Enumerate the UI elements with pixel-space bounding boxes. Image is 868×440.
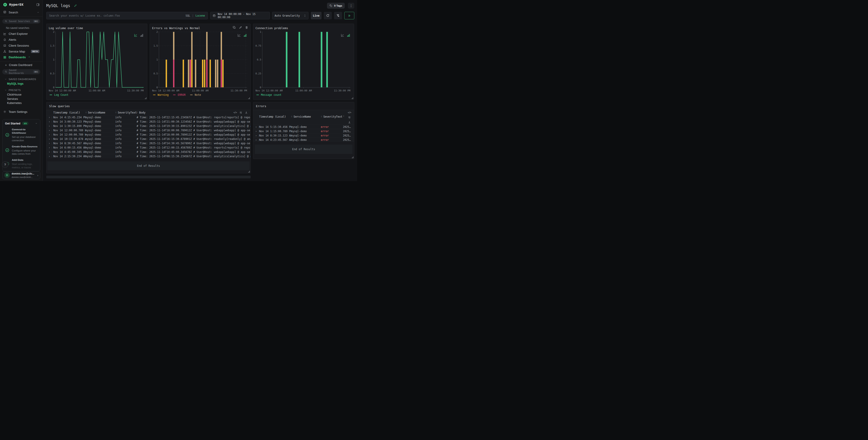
dashboard-menu-button[interactable]: ⋮ [348, 3, 354, 9]
sidebar-item-kubernetes[interactable]: Kubernetes [0, 101, 42, 105]
drag-handle-icon[interactable]: ⠿ [291, 115, 292, 118]
resize-handle[interactable] [248, 97, 250, 99]
sidebar-item-team-settings[interactable]: Team Settings [0, 109, 42, 115]
table-row[interactable]: ›Nov 14 12:00:00.789 PMmysql-demoinfo# T… [46, 128, 250, 132]
table-row[interactable]: ›Nov 14 1:15:00.789 PMmysql-demoerror202… [253, 129, 354, 133]
filter-button[interactable] [334, 12, 342, 19]
column-header-timestamp[interactable]: Timestamp (Local) [259, 115, 291, 118]
collapse-sidebar-icon[interactable] [36, 3, 40, 6]
column-header-servicename[interactable]: ⠿ServiceName [291, 115, 321, 118]
get-started-step[interactable]: Connect to ClickHouse Set up your databa… [5, 128, 38, 142]
granularity-select[interactable]: Auto Granularity [272, 12, 309, 19]
table-row[interactable]: ›Nov 14 10:15:30.678 AMmysql-demoinfo# T… [46, 137, 250, 141]
lucene-mode-toggle[interactable]: Lucene [195, 14, 205, 17]
sql-mode-toggle[interactable]: SQL [186, 14, 190, 17]
column-header-servicename[interactable]: ⠿ServiceName [85, 111, 115, 114]
duplicate-panel-icon[interactable] [233, 26, 236, 29]
refresh-button[interactable] [324, 12, 332, 19]
sidebar-item-client-sessions[interactable]: Client Sessions [0, 43, 42, 49]
line-view-toggle-icon[interactable] [341, 33, 344, 37]
table-row[interactable]: ›Nov 14 4:15:45.234 PMmysql-demoinfo# Ti… [46, 115, 250, 120]
sidebar-item-mysql-logs[interactable]: MySQL logs [0, 82, 42, 86]
table-row[interactable]: ›Nov 14 12:00:00.789 PMmysql-demoinfo# T… [46, 132, 250, 137]
expand-chevron-icon[interactable]: › [49, 155, 50, 158]
tags-button[interactable]: 0 Tags [327, 3, 345, 9]
sidebar-item-chart-explorer[interactable]: Chart Explorer [0, 31, 42, 37]
chevron-up-icon[interactable] [35, 122, 38, 125]
table-row[interactable]: ›Nov 14 2:15:30.234 AMmysql-demoinfo# Ti… [46, 154, 250, 158]
sidebar-item-services[interactable]: Services [0, 97, 42, 101]
legend-item[interactable]: Note [190, 93, 201, 97]
wrap-lines-icon[interactable] [348, 116, 351, 119]
expand-chevron-icon[interactable]: › [49, 133, 50, 136]
expand-chevron-icon[interactable]: › [255, 125, 257, 129]
bar-view-toggle-icon[interactable] [140, 34, 144, 37]
log-volume-chart[interactable]: 00.511.52Nov 14 12:00:00 AM11:00:00 AM11… [49, 31, 145, 93]
resize-handle[interactable] [351, 97, 353, 99]
drag-handle-icon[interactable]: ⠿ [321, 115, 322, 118]
legend-item[interactable]: Warning [153, 93, 168, 97]
view-source-icon[interactable]: </> [234, 111, 237, 114]
sidebar-item-clickhouse[interactable]: ClickHouse [0, 93, 42, 97]
expand-chevron-icon[interactable]: › [49, 150, 50, 154]
drag-handle-icon[interactable]: ⠿ [115, 111, 117, 114]
expand-chevron-icon[interactable]: › [49, 142, 50, 145]
drag-handle-icon[interactable]: ⠿ [85, 111, 87, 114]
chevron-up-icon[interactable] [37, 11, 39, 14]
column-header-severitytext[interactable]: ⠿SeverityText [115, 111, 136, 114]
expand-chevron-icon[interactable]: › [49, 129, 50, 132]
connection-problems-chart[interactable]: 00.250.50.751Nov 14 12:00:00 AM11:00:00 … [255, 31, 352, 93]
line-view-toggle-icon[interactable] [237, 33, 241, 37]
download-icon[interactable] [245, 111, 248, 114]
saved-searches-input[interactable]: Saved Searches ⌘K [2, 19, 40, 24]
errors-warnings-chart[interactable]: 00.511.52Nov 14 12:00:00 AM11:00:00 AM11… [152, 31, 249, 93]
resize-handle[interactable] [145, 97, 147, 99]
event-search-input[interactable]: Search your events w/ Lucene ex. column:… [46, 12, 208, 19]
sidebar-item-search[interactable]: Search [0, 9, 42, 15]
table-row[interactable]: ›Nov 14 6:00:15.456 AMmysql-demoinfo# Ti… [46, 145, 250, 150]
table-row[interactable]: ›Nov 14 4:45:00.345 AMmysql-demoinfo# Ti… [46, 150, 250, 154]
column-header-severitytext[interactable]: ⠿SeverityText [321, 115, 343, 118]
run-query-button[interactable] [344, 12, 354, 19]
edit-panel-icon[interactable] [239, 26, 242, 29]
expand-chevron-icon[interactable]: › [49, 146, 50, 149]
table-row[interactable]: ›Nov 14 5:15:30.456 PMmysql-demoerror202… [253, 125, 354, 129]
drag-handle-icon[interactable]: ⠿ [136, 111, 138, 114]
saved-dashboards-input[interactable]: Saved Dashboards ⌘K [2, 69, 40, 74]
line-view-toggle-icon[interactable] [134, 33, 137, 37]
get-started-step[interactable]: Create Data Sources Configure where your… [5, 145, 38, 156]
live-button[interactable]: Live [311, 12, 321, 19]
wrap-lines-icon[interactable] [239, 111, 242, 114]
legend-item[interactable]: Message count [256, 93, 281, 97]
table-row[interactable]: ›Nov 14 4:23:45.567 AMmysql-demoerror202… [253, 138, 354, 142]
user-menu[interactable]: D dominic.tran@clic... dominic.tran@clic… [2, 171, 40, 179]
time-range-picker[interactable]: Nov 14 00:00:00 - Nov 15 00:00:00 [210, 12, 270, 19]
table-row[interactable]: ›Nov 14 8:30:45.567 AMmysql-demoinfo# Ti… [46, 141, 250, 145]
chevron-up-icon[interactable] [28, 56, 31, 59]
table-row[interactable]: ›Nov 14 1:30:15.890 PMmysql-demoinfo# Ti… [46, 124, 250, 128]
sidebar-item-dashboards[interactable]: Dashboards [0, 55, 42, 60]
expand-chevron-icon[interactable]: › [255, 134, 257, 137]
create-dashboard-button[interactable]: + Create Dashboard [0, 62, 42, 68]
resize-handle[interactable] [248, 171, 250, 172]
bar-view-toggle-icon[interactable] [347, 34, 350, 37]
resize-handle[interactable] [352, 157, 353, 158]
view-source-icon[interactable]: </> [348, 111, 351, 114]
expand-chevron-icon[interactable]: › [49, 116, 50, 119]
column-header-timestamp[interactable]: Timestamp (Local) [53, 111, 85, 114]
edit-title-button[interactable] [74, 4, 77, 7]
table-row[interactable]: ›Nov 14 3:00:30.123 PMmysql-demoinfo# Ti… [46, 120, 250, 124]
horizontal-scrollbar[interactable] [46, 176, 251, 178]
sidebar-item-service-map[interactable]: Service Map BETA [0, 48, 42, 55]
expand-chevron-icon[interactable]: › [49, 120, 50, 123]
expand-chevron-icon[interactable]: › [255, 130, 257, 133]
table-row[interactable]: ›Nov 14 8:30:15.123 AMmysql-demoerror202… [253, 133, 354, 138]
bar-view-toggle-icon[interactable] [243, 34, 247, 37]
delete-panel-icon[interactable] [245, 26, 248, 29]
expand-chevron-icon[interactable]: › [49, 137, 50, 141]
presets-section-header[interactable]: PRESETS [0, 88, 42, 93]
drag-handle-icon[interactable]: ⠿ [343, 115, 344, 117]
sidebar-item-alerts[interactable]: Alerts [0, 37, 42, 43]
legend-item[interactable]: ERROR [173, 93, 186, 97]
get-started-step[interactable]: Add Data Start sending logs, metrics, or… [5, 158, 38, 169]
